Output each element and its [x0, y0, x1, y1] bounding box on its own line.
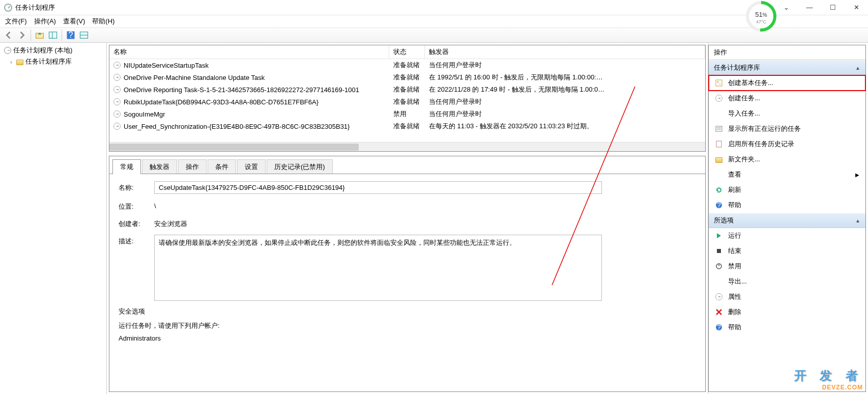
toolbar: ?	[0, 27, 868, 43]
action-delete[interactable]: 删除	[709, 304, 865, 320]
tree-library[interactable]: › 任务计划程序库	[2, 56, 104, 67]
action-view[interactable]: 查看 ▶	[709, 167, 865, 182]
action-label: 导出...	[728, 277, 747, 286]
submenu-arrow-icon: ▶	[855, 172, 859, 178]
detail-panel-button[interactable]	[78, 30, 90, 41]
menu-help[interactable]: 帮助(H)	[92, 17, 114, 26]
action-import-task[interactable]: 导入任务...	[709, 106, 865, 121]
action-label: 属性	[728, 292, 741, 301]
task-row[interactable]: RubikUpdateTask{D6B994AC-93D3-4A8A-80BC-…	[109, 96, 705, 108]
col-status[interactable]: 状态	[389, 45, 425, 59]
label-location: 位置:	[119, 200, 145, 211]
svg-rect-13	[716, 141, 721, 147]
action-label: 刷新	[728, 185, 741, 194]
task-status: 准备就绪	[389, 97, 425, 106]
horizontal-scrollbar[interactable]	[109, 142, 705, 151]
task-details: 常规 触发器 操作 条件 设置 历史记录(已禁用) 名称: CseUpdateT…	[109, 156, 706, 392]
field-location: \	[154, 200, 696, 210]
task-status: 准备就绪	[389, 61, 425, 70]
performance-widget[interactable]: 51% 47°C	[746, 1, 782, 37]
wizard-icon	[715, 79, 723, 87]
help-icon: ?	[715, 323, 723, 331]
col-trigger[interactable]: 触发器	[425, 45, 705, 59]
menu-action[interactable]: 操作(A)	[34, 17, 56, 26]
back-button[interactable]	[3, 30, 14, 41]
section-selected-header[interactable]: 所选项 ▲	[709, 213, 865, 228]
section-library-label: 任务计划程序库	[714, 63, 760, 72]
action-properties[interactable]: 属性	[709, 289, 865, 304]
maximize-button[interactable]: ☐	[821, 0, 845, 15]
security-options-sub: 运行任务时，请使用下列用户帐户:	[119, 321, 696, 330]
task-status: 禁用	[389, 109, 425, 119]
tab-actions[interactable]: 操作	[178, 159, 207, 174]
action-export[interactable]: 导出...	[709, 274, 865, 289]
task-name: User_Feed_Synchronization-{E319E4B0-8E9C…	[124, 123, 350, 130]
scrollbar-thumb[interactable]	[109, 144, 359, 151]
help-icon: ?	[715, 201, 723, 209]
field-description[interactable]: 请确保使用最新版本的安全浏览器，如果停止或中断此任务，则您的软件将面临安全风险，…	[154, 235, 602, 301]
clock-icon	[113, 123, 121, 130]
col-name[interactable]: 名称	[109, 45, 389, 59]
task-name: RubikUpdateTask{D6B994AC-93D3-4A8A-80BC-…	[124, 98, 319, 106]
svg-text:?: ?	[717, 201, 720, 209]
watermark-line2: DEVZE.COM	[794, 384, 863, 391]
help-button[interactable]: ?	[65, 30, 76, 41]
tab-history[interactable]: 历史记录(已禁用)	[267, 159, 333, 174]
action-enable-history[interactable]: 启用所有任务历史记录	[709, 136, 865, 152]
clock-icon	[113, 98, 121, 105]
expand-icon[interactable]: ›	[8, 58, 14, 66]
menu-view[interactable]: 查看(V)	[63, 17, 85, 26]
folder-icon	[16, 60, 23, 65]
task-trigger: 在 1992/5/1 的 16:00 时 - 触发后，无限期地每隔 1.00:0…	[425, 73, 705, 82]
close-button[interactable]: ✕	[845, 0, 868, 15]
section-library-header[interactable]: 任务计划程序库 ▲	[709, 60, 865, 75]
field-creator: 安全浏览器	[154, 217, 696, 229]
minimize-button[interactable]: —	[798, 0, 821, 15]
action-run[interactable]: 运行	[709, 228, 865, 243]
task-row[interactable]: User_Feed_Synchronization-{E319E4B0-8E9C…	[109, 120, 705, 132]
tab-triggers[interactable]: 触发器	[142, 159, 177, 174]
forward-button[interactable]	[16, 30, 27, 41]
clock-icon	[715, 94, 723, 102]
import-icon	[715, 109, 723, 118]
action-create-basic-task[interactable]: 创建基本任务...	[709, 75, 865, 91]
task-trigger: 在 2022/11/28 的 17:49 时 - 触发后，无限期地每隔 1.00…	[425, 85, 705, 94]
action-end[interactable]: 结束	[709, 243, 865, 259]
task-trigger: 当任何用户登录时	[425, 97, 705, 106]
folder-up-button[interactable]	[34, 30, 45, 41]
task-name: SogouImeMgr	[124, 110, 165, 118]
perf-temperature: 47°C	[756, 19, 766, 24]
field-name[interactable]: CseUpdateTask{13479275-D9FC-4AB9-850C-FB…	[154, 181, 602, 194]
task-list: 名称 状态 触发器 NIUpdateServiceStartupTask准备就绪…	[109, 45, 706, 152]
task-row[interactable]: OneDrive Reporting Task-S-1-5-21-3462573…	[109, 83, 705, 96]
security-account: Administrators	[119, 334, 696, 342]
action-label: 删除	[728, 307, 741, 317]
task-row[interactable]: NIUpdateServiceStartupTask准备就绪当任何用户登录时	[109, 59, 705, 71]
task-status: 准备就绪	[389, 85, 425, 94]
tree-root[interactable]: 任务计划程序 (本地)	[2, 45, 104, 56]
window-controls: ⌄ — ☐ ✕	[774, 0, 868, 15]
menu-file[interactable]: 文件(F)	[5, 17, 27, 26]
tab-conditions[interactable]: 条件	[208, 159, 236, 174]
tab-settings[interactable]: 设置	[237, 159, 266, 174]
action-new-folder[interactable]: 新文件夹...	[709, 152, 865, 167]
action-show-running[interactable]: 显示所有正在运行的任务	[709, 121, 865, 136]
action-disable[interactable]: 禁用	[709, 259, 865, 274]
action-help-2[interactable]: ? 帮助	[709, 320, 865, 335]
task-list-header: 名称 状态 触发器	[109, 45, 705, 59]
detail-tabs: 常规 触发器 操作 条件 设置 历史记录(已禁用)	[109, 156, 705, 174]
action-refresh[interactable]: 刷新	[709, 182, 865, 198]
task-row[interactable]: OneDrive Per-Machine Standalone Update T…	[109, 71, 705, 83]
action-label: 禁用	[728, 262, 741, 271]
action-create-task[interactable]: 创建任务...	[709, 91, 865, 106]
task-status: 准备就绪	[389, 73, 425, 82]
action-label: 查看	[728, 170, 741, 179]
task-trigger: 当任何用户登录时	[425, 61, 705, 70]
action-label: 显示所有正在运行的任务	[728, 124, 801, 133]
refresh-icon	[715, 186, 723, 194]
panel-view-button[interactable]	[47, 30, 59, 41]
label-creator: 创建者:	[119, 217, 145, 229]
tab-general[interactable]: 常规	[112, 159, 141, 174]
task-row[interactable]: SogouImeMgr禁用当任何用户登录时	[109, 108, 705, 120]
action-help[interactable]: ? 帮助	[709, 198, 865, 213]
